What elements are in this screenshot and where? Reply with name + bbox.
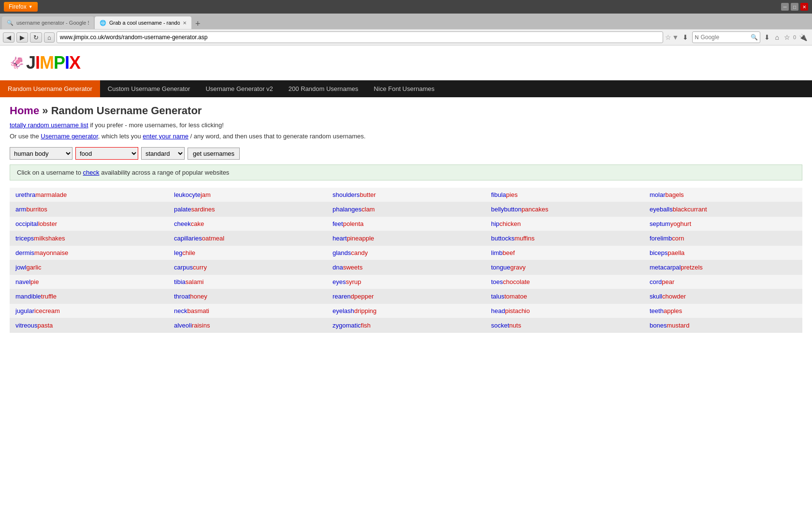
username-part1: dna <box>333 264 343 271</box>
nav-menu: Random Username Generator Custom Usernam… <box>0 80 812 97</box>
list-item: navelpie <box>10 275 168 289</box>
username-link[interactable]: urethramarmalade <box>15 191 67 198</box>
nav-item-200[interactable]: 200 Random Usernames <box>281 80 366 97</box>
username-link[interactable]: feetpolenta <box>333 220 363 227</box>
username-link[interactable]: bicepspaella <box>650 249 684 256</box>
username-link[interactable]: glandscandy <box>333 249 368 256</box>
username-link[interactable]: vitreouspasta <box>15 322 53 329</box>
table-row: occipitallobstercheekcakefeetpolentahipc… <box>10 217 802 231</box>
username-link[interactable]: eyeballsblackcurrant <box>650 206 707 213</box>
extensions-icon-button[interactable]: 🔌 <box>797 32 809 42</box>
username-link[interactable]: dermismayonnaise <box>15 249 68 256</box>
maximize-button[interactable]: □ <box>791 3 798 11</box>
username-link[interactable]: metacarpalpretzels <box>650 264 703 271</box>
home-button[interactable]: ⌂ <box>44 32 55 43</box>
username-link[interactable]: socketnuts <box>491 322 521 329</box>
username-link[interactable]: throathoney <box>174 293 207 300</box>
nav-item-font[interactable]: Nice Font Usernames <box>366 80 442 97</box>
list-item: headpistachio <box>485 304 644 318</box>
username-link[interactable]: capillariesoatmeal <box>174 235 224 242</box>
tab-close-button[interactable]: ✕ <box>183 20 187 26</box>
username-link[interactable]: mandibletruffle <box>15 293 57 300</box>
username-link[interactable]: rearendpepper <box>333 293 374 300</box>
username-generator-link[interactable]: Username generator <box>41 133 98 140</box>
tagline: totally random username list if you pref… <box>0 120 812 131</box>
logo-letter-p: P <box>54 53 65 73</box>
search-input[interactable] <box>700 34 749 41</box>
subcategory-select[interactable]: food <box>75 147 138 160</box>
username-link[interactable]: alveoliraisins <box>174 322 210 329</box>
address-bar[interactable] <box>57 31 663 43</box>
username-link[interactable]: tibiasalami <box>174 278 203 285</box>
get-usernames-button[interactable]: get usernames <box>188 148 240 160</box>
username-link[interactable]: shouldersbutter <box>333 191 376 198</box>
username-link[interactable]: hipchicken <box>491 220 521 227</box>
totally-random-link[interactable]: totally random username list <box>10 121 88 129</box>
username-link[interactable]: carpuscurry <box>174 264 207 271</box>
username-link[interactable]: skullchowder <box>650 293 686 300</box>
firefox-menu-button[interactable]: Firefox <box>4 2 38 12</box>
info-bar: Click on a username to check availabilit… <box>10 164 802 180</box>
username-link[interactable]: occipitallobster <box>15 220 57 227</box>
username-link[interactable]: bonesmustard <box>650 322 689 329</box>
username-part2: bagels <box>666 191 684 198</box>
username-link[interactable]: jugularicecream <box>15 307 60 314</box>
username-link[interactable]: bellybuttonpancakes <box>491 206 549 213</box>
forward-button[interactable]: ▶ <box>16 32 28 43</box>
tab-google-search[interactable]: 🔍 username generator - Google Search <box>2 16 94 29</box>
format-select[interactable]: standard <box>141 147 185 160</box>
check-link[interactable]: check <box>83 169 100 176</box>
username-link[interactable]: buttocksmuffins <box>491 235 535 242</box>
username-link[interactable]: toeschocolate <box>491 278 530 285</box>
back-button[interactable]: ◀ <box>3 32 14 43</box>
username-link[interactable]: fibulapies <box>491 191 518 198</box>
username-link[interactable]: septumyoghurt <box>650 220 691 227</box>
username-link[interactable]: dnasweets <box>333 264 362 271</box>
new-tab-button[interactable]: + <box>192 19 203 29</box>
username-link[interactable]: leukocytejam <box>174 191 211 198</box>
username-link[interactable]: tonguegravy <box>491 264 526 271</box>
username-link[interactable]: headpistachio <box>491 307 530 314</box>
username-link[interactable]: armburritos <box>15 206 47 213</box>
close-button[interactable]: ✕ <box>800 3 808 11</box>
username-link[interactable]: zygomaticfish <box>333 322 371 329</box>
username-part2: jam <box>201 191 211 198</box>
page-content: 🦑 JIMPIX Random Username Generator Custo… <box>0 45 812 433</box>
username-link[interactable]: navelpie <box>15 278 39 285</box>
username-link[interactable]: neckbasmati <box>174 307 209 314</box>
username-link[interactable]: heartpineapple <box>333 235 374 242</box>
username-link[interactable]: phalangesclam <box>333 206 375 213</box>
downloads-icon-button[interactable]: ⬇ <box>762 32 772 42</box>
search-submit-button[interactable]: 🔍 <box>751 34 758 41</box>
logo-letter-i2: I <box>65 53 69 73</box>
download-button[interactable]: ⬇ <box>681 32 690 42</box>
username-link[interactable]: limbbeef <box>491 249 515 256</box>
username-link[interactable]: eyessyrup <box>333 278 361 285</box>
breadcrumb-home-link[interactable]: Home <box>10 105 39 117</box>
username-link[interactable]: teethapples <box>650 307 682 314</box>
username-link[interactable]: talustomatoe <box>491 293 527 300</box>
reload-button[interactable]: ↻ <box>30 32 42 43</box>
username-link[interactable]: cordpear <box>650 278 674 285</box>
username-link[interactable]: palatesardines <box>174 206 215 213</box>
home-icon-button[interactable]: ⌂ <box>773 32 781 42</box>
username-link[interactable]: forelimbcorn <box>650 235 684 242</box>
minimize-button[interactable]: ─ <box>781 3 789 11</box>
nav-item-v2[interactable]: Username Generator v2 <box>198 80 280 97</box>
bookmark-list-button[interactable]: ▼ <box>672 33 679 41</box>
category-select[interactable]: human body <box>10 147 72 160</box>
username-link[interactable]: cheekcake <box>174 220 204 227</box>
username-link[interactable]: eyelashdripping <box>333 307 377 314</box>
nav-item-custom[interactable]: Custom Username Generator <box>100 80 198 97</box>
tab-jimpix[interactable]: 🌐 Grab a cool username - random user... … <box>95 16 191 29</box>
username-link[interactable]: jowlgarlic <box>15 264 41 271</box>
username-link[interactable]: molarbagels <box>650 191 684 198</box>
bookmark-button[interactable]: ☆ <box>665 33 671 41</box>
table-row: jowlgarliccarpuscurrydnasweetstonguegrav… <box>10 260 802 275</box>
list-item: cordpear <box>644 275 802 289</box>
nav-item-random[interactable]: Random Username Generator <box>0 80 100 97</box>
username-link[interactable]: tricepsmilkshakes <box>15 235 65 242</box>
username-link[interactable]: legchile <box>174 249 195 256</box>
bookmarks-icon-button[interactable]: ☆ <box>782 32 792 42</box>
enter-name-link[interactable]: enter your name <box>143 133 188 140</box>
